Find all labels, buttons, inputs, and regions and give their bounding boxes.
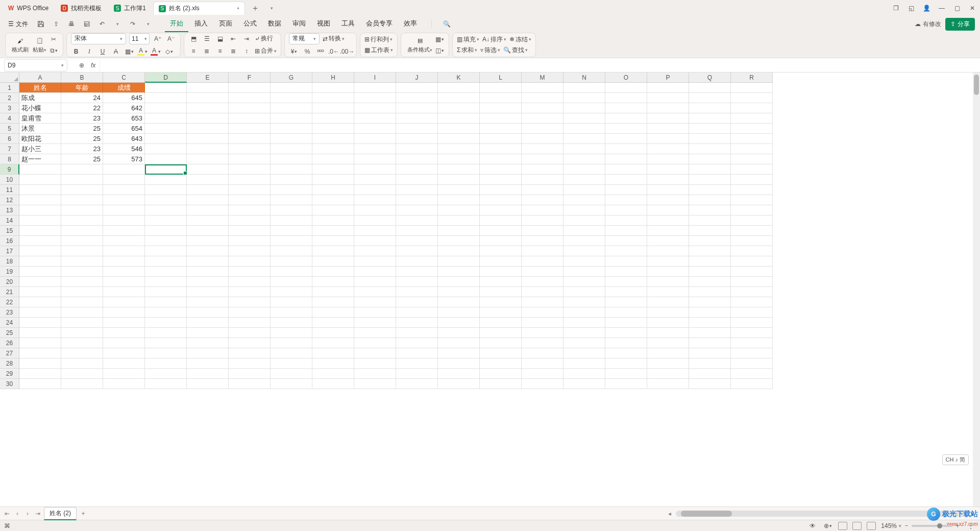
cell-D7[interactable] <box>145 144 187 154</box>
cell-J8[interactable] <box>396 154 438 164</box>
cell-L21[interactable] <box>480 287 522 297</box>
cell-Q10[interactable] <box>689 175 731 185</box>
cell-M1[interactable] <box>522 83 564 93</box>
cell-M11[interactable] <box>522 185 564 195</box>
cell-P10[interactable] <box>647 175 689 185</box>
cell-K28[interactable] <box>438 358 480 369</box>
cell-N26[interactable] <box>564 338 605 348</box>
cell-J25[interactable] <box>396 328 438 338</box>
worksheet-button[interactable]: ▦工作表▾ <box>364 46 393 55</box>
minimize-button[interactable]: — <box>937 4 946 13</box>
cell-M27[interactable] <box>522 348 564 358</box>
cell-K5[interactable] <box>438 124 480 134</box>
sheet-tab[interactable]: 姓名 (2) <box>44 507 77 520</box>
cell-H8[interactable] <box>312 154 354 164</box>
cell-N3[interactable] <box>564 103 605 113</box>
cell-D22[interactable] <box>145 297 187 307</box>
cell-C24[interactable] <box>103 318 145 328</box>
row-header-15[interactable]: 15 <box>0 226 19 236</box>
cell-D20[interactable] <box>145 277 187 287</box>
cell-B18[interactable] <box>61 256 103 267</box>
align-center-button[interactable]: ≣ <box>202 46 212 56</box>
cell-N25[interactable] <box>564 328 605 338</box>
cell-P1[interactable] <box>647 83 689 93</box>
row-header-13[interactable]: 13 <box>0 205 19 215</box>
cell-O7[interactable] <box>605 144 647 154</box>
cell-N29[interactable] <box>564 369 605 379</box>
cell-F24[interactable] <box>229 318 271 328</box>
row-header-18[interactable]: 18 <box>0 256 19 267</box>
row-header-11[interactable]: 11 <box>0 185 19 195</box>
cell-C26[interactable] <box>103 338 145 348</box>
cell-N16[interactable] <box>564 236 605 246</box>
cell-M18[interactable] <box>522 256 564 267</box>
grid[interactable]: ABCDEFGHIJKLMNOPQR1姓名年龄成绩2陈成246453花小蝶226… <box>0 73 980 389</box>
cell-F22[interactable] <box>229 297 271 307</box>
cell-A29[interactable] <box>19 369 61 379</box>
cell-O22[interactable] <box>605 297 647 307</box>
cell-G21[interactable] <box>271 287 312 297</box>
cell-G13[interactable] <box>271 205 312 215</box>
cell-L15[interactable] <box>480 226 522 236</box>
cell-I12[interactable] <box>354 195 396 205</box>
find-button[interactable]: 🔍查找▾ <box>503 46 528 55</box>
cell-D13[interactable] <box>145 205 187 215</box>
cell-H26[interactable] <box>312 338 354 348</box>
cell-F25[interactable] <box>229 328 271 338</box>
cell-Q12[interactable] <box>689 195 731 205</box>
cell-C5[interactable]: 654 <box>103 124 145 134</box>
cell-F8[interactable] <box>229 154 271 164</box>
cell-M21[interactable] <box>522 287 564 297</box>
column-header-H[interactable]: H <box>312 73 354 83</box>
cell-I16[interactable] <box>354 236 396 246</box>
cell-O4[interactable] <box>605 113 647 124</box>
cell-H18[interactable] <box>312 256 354 267</box>
cell-D9[interactable] <box>145 164 187 175</box>
italic-button[interactable]: I <box>84 46 94 57</box>
cell-Q27[interactable] <box>689 348 731 358</box>
cell-G26[interactable] <box>271 338 312 348</box>
cell-H1[interactable] <box>312 83 354 93</box>
cell-H24[interactable] <box>312 318 354 328</box>
cell-D2[interactable] <box>145 93 187 103</box>
cell-K10[interactable] <box>438 175 480 185</box>
cell-Q22[interactable] <box>689 297 731 307</box>
decrease-decimal-button[interactable]: .0← <box>329 46 339 57</box>
column-header-Q[interactable]: Q <box>689 73 731 83</box>
cell-R17[interactable] <box>731 246 773 256</box>
cell-P2[interactable] <box>647 93 689 103</box>
cell-D1[interactable] <box>145 83 187 93</box>
row-header-17[interactable]: 17 <box>0 246 19 256</box>
decrease-font-button[interactable]: A⁻ <box>166 34 176 44</box>
cell-C22[interactable] <box>103 297 145 307</box>
cell-E14[interactable] <box>187 215 229 226</box>
column-header-K[interactable]: K <box>438 73 480 83</box>
cell-G27[interactable] <box>271 348 312 358</box>
tab-tools[interactable]: 工具 <box>336 16 360 32</box>
cell-P4[interactable] <box>647 113 689 124</box>
column-header-O[interactable]: O <box>605 73 647 83</box>
cell-L6[interactable] <box>480 134 522 144</box>
cell-C6[interactable]: 643 <box>103 134 145 144</box>
cell-O20[interactable] <box>605 277 647 287</box>
cell-G4[interactable] <box>271 113 312 124</box>
cell-L7[interactable] <box>480 144 522 154</box>
tab-review[interactable]: 审阅 <box>287 16 311 32</box>
cell-F18[interactable] <box>229 256 271 267</box>
cell-Q24[interactable] <box>689 318 731 328</box>
cell-J24[interactable] <box>396 318 438 328</box>
cell-E29[interactable] <box>187 369 229 379</box>
align-middle-button[interactable]: ☰ <box>202 34 212 44</box>
merge-button[interactable]: ⊞合并▾ <box>255 46 277 55</box>
cell-H10[interactable] <box>312 175 354 185</box>
cell-M12[interactable] <box>522 195 564 205</box>
close-button[interactable]: ✕ <box>968 4 977 13</box>
cell-D24[interactable] <box>145 318 187 328</box>
cell-R18[interactable] <box>731 256 773 267</box>
cell-K30[interactable] <box>438 379 480 389</box>
cell-O10[interactable] <box>605 175 647 185</box>
cell-P14[interactable] <box>647 215 689 226</box>
cell-M2[interactable] <box>522 93 564 103</box>
cell-N10[interactable] <box>564 175 605 185</box>
cell-M29[interactable] <box>522 369 564 379</box>
